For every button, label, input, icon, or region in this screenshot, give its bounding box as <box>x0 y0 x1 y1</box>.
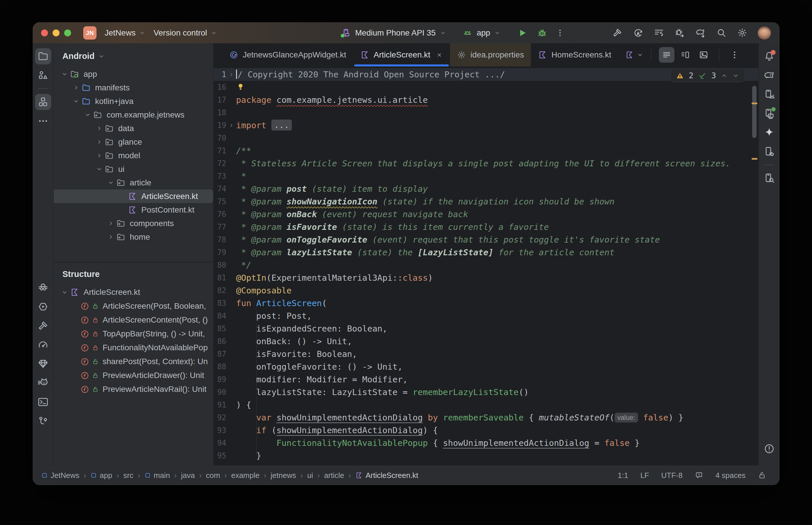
breadcrumb-articlescreen-kt[interactable]: ArticleScreen.kt <box>355 471 418 480</box>
minimize-window-button[interactable] <box>53 29 60 36</box>
next-problem-button[interactable] <box>732 72 739 79</box>
editor-only-view-button[interactable] <box>659 47 675 63</box>
tree-item-data[interactable]: data <box>54 122 213 135</box>
code-line-93[interactable]: 93 if (showUnimplementedActionDialog) { <box>213 424 758 437</box>
tool-window-terminal[interactable] <box>35 394 51 410</box>
structure-item-previewarticlenavrail[interactable]: PreviewArticleNavRail(): Unit <box>54 382 213 396</box>
code-line-81[interactable]: 81@OptIn(ExperimentalMaterial3Api::class… <box>213 271 758 284</box>
tree-item-articlescreen-kt[interactable]: ArticleScreen.kt <box>54 190 213 203</box>
breadcrumb-ui[interactable]: ui <box>307 471 313 480</box>
code-line-71[interactable]: 71/** <box>213 145 758 157</box>
inspections-widget-icon[interactable] <box>695 471 703 480</box>
tree-item-components[interactable]: components <box>54 216 213 230</box>
chevron-right-icon[interactable] <box>94 125 105 132</box>
code-line-78[interactable]: 78 * @param onToggleFavorite (event) req… <box>213 233 758 246</box>
version-control-menu[interactable]: Version control <box>153 28 217 38</box>
code-line-75[interactable]: 75 * @param showNavigationIcon (state) i… <box>213 195 758 208</box>
run-button[interactable] <box>517 27 528 39</box>
structure-item-sharepost[interactable]: sharePost(Post, Context): Un <box>54 355 213 369</box>
breadcrumb-main[interactable]: main <box>145 471 170 480</box>
indent-setting[interactable]: 4 spaces <box>715 471 745 480</box>
code-area[interactable]: 1/ Copyright 2020 The Android Open Sourc… <box>213 66 758 465</box>
current-file-kotlin-icon-icon[interactable] <box>625 50 634 59</box>
build-icon[interactable] <box>612 27 623 38</box>
tool-window-gradle[interactable] <box>761 67 777 84</box>
breadcrumb-src[interactable]: src <box>123 471 133 480</box>
code-line-16[interactable]: 16 <box>213 81 758 93</box>
run-configuration-selector[interactable]: app <box>477 28 490 38</box>
tree-item-glance[interactable]: glance <box>54 135 213 149</box>
code-line-77[interactable]: 77 * @param isFavorite (state) is this i… <box>213 221 758 233</box>
tool-window-gemini[interactable] <box>761 124 777 141</box>
fold-arrow-icon[interactable] <box>226 122 236 129</box>
code-line-90[interactable]: 90 lazyListState: LazyListState = rememb… <box>213 386 758 399</box>
close-window-button[interactable] <box>41 29 48 36</box>
split-editor-view-button[interactable] <box>677 47 693 63</box>
code-line-76[interactable]: 76 * @param onBack (event) request navig… <box>213 208 758 221</box>
tool-window-build-tool-window[interactable] <box>35 318 51 334</box>
tab-jetnewsglanceappwidget-kt[interactable]: JetnewsGlanceAppWidget.kt <box>222 43 353 66</box>
code-line-95[interactable]: 95 } <box>213 449 758 462</box>
code-line-18[interactable]: 18 <box>213 106 758 119</box>
tree-item-model[interactable]: model <box>54 149 213 162</box>
run-configurations-icon[interactable] <box>654 27 664 38</box>
tab-articlescreen-kt[interactable]: ArticleScreen.kt <box>353 43 450 66</box>
warning-stripe-mark[interactable] <box>752 158 757 160</box>
search-everywhere-icon[interactable] <box>716 27 727 38</box>
tool-window-more-tool-windows[interactable] <box>35 113 51 129</box>
warning-stripe-mark[interactable] <box>752 103 757 104</box>
tool-window-device-manager[interactable] <box>761 86 777 103</box>
code-line-92[interactable]: 92 var showUnimplementedActionDialog by … <box>213 411 758 424</box>
tool-window-device-explorer[interactable] <box>761 170 777 186</box>
chevron-right-icon[interactable] <box>71 84 82 91</box>
previous-problem-button[interactable] <box>721 72 728 79</box>
breadcrumb-jetnews[interactable]: JetNews <box>41 471 79 480</box>
tool-window-version-control[interactable] <box>35 413 51 429</box>
code-line-73[interactable]: 73 * <box>213 170 758 182</box>
tree-item-home[interactable]: home <box>54 230 213 244</box>
code-line-19[interactable]: 19import ... <box>213 119 758 132</box>
editor-options-button[interactable] <box>727 47 742 63</box>
breadcrumb-app[interactable]: app <box>90 471 112 480</box>
settings-icon[interactable] <box>737 27 748 38</box>
code-line-87[interactable]: 87 isFavorite: Boolean, <box>213 348 758 360</box>
tab-list-chevron-icon[interactable] <box>637 51 644 58</box>
breadcrumb-article[interactable]: article <box>324 471 344 480</box>
chevron-down-icon[interactable] <box>82 111 93 118</box>
tree-item-manifests[interactable]: manifests <box>54 81 213 94</box>
chevron-right-icon[interactable] <box>94 139 105 145</box>
zoom-window-button[interactable] <box>64 29 71 36</box>
chevron-down-icon[interactable] <box>105 179 116 186</box>
tool-window-app-quality-insights[interactable] <box>35 356 51 372</box>
tool-window-resource-manager[interactable] <box>35 67 51 84</box>
close-tab-icon[interactable] <box>436 51 443 59</box>
tool-window-notifications[interactable] <box>761 48 777 64</box>
code-line-89[interactable]: 89 modifier: Modifier = Modifier, <box>213 373 758 386</box>
line-ending[interactable]: LF <box>640 471 649 480</box>
tree-item-kotlin-java[interactable]: kotlin+java <box>54 94 213 108</box>
more-run-options[interactable] <box>556 28 565 38</box>
chevron-right-icon[interactable] <box>105 220 116 227</box>
structure-item-articlescreen[interactable]: ArticleScreen(Post, Boolean, <box>54 299 213 313</box>
code-line-91[interactable]: 91) { <box>213 399 758 411</box>
device-selector[interactable]: Medium Phone API 35 <box>355 28 436 38</box>
tool-window-app-inspection[interactable] <box>35 280 51 296</box>
chevron-down-icon[interactable] <box>59 71 70 77</box>
preview-view-button[interactable] <box>696 47 711 63</box>
tool-window-project[interactable] <box>35 48 51 64</box>
tool-window-services[interactable] <box>35 299 51 315</box>
code-editor[interactable]: 1/ Copyright 2020 The Android Open Sourc… <box>213 66 758 465</box>
code-line-79[interactable]: 79 * @param lazyListState (state) the [L… <box>213 246 758 259</box>
tab-idea-properties[interactable]: idea.properties <box>450 43 531 66</box>
tree-item-app[interactable]: app <box>54 67 213 81</box>
tool-window-profiler[interactable] <box>35 337 51 353</box>
tool-window-problems[interactable] <box>761 441 777 457</box>
structure-item-functionalitynotavailablepop[interactable]: FunctionalityNotAvailablePop <box>54 341 213 355</box>
inspection-widget[interactable]: 2 3 <box>670 69 745 82</box>
fold-arrow-icon[interactable] <box>226 72 236 78</box>
tab-homescreens-kt[interactable]: HomeScreens.kt <box>531 43 618 66</box>
code-line-94[interactable]: 94 FunctionalityNotAvailablePopup { show… <box>213 437 758 449</box>
breadcrumb-example[interactable]: example <box>231 471 260 480</box>
structure-root[interactable]: ArticleScreen.kt <box>54 285 213 299</box>
tool-window-logcat[interactable] <box>35 375 51 391</box>
